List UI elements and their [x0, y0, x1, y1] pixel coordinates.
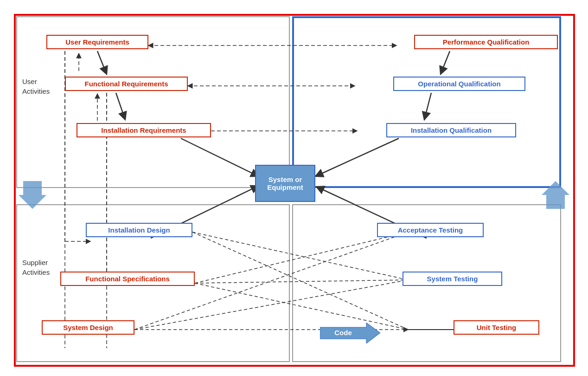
- acceptance-testing-node: Acceptance Testing: [377, 223, 484, 237]
- svg-text:Code: Code: [334, 329, 352, 337]
- code-arrow: Code: [320, 323, 380, 345]
- down-arrow: [19, 181, 46, 211]
- operational-qualification-node: Operational Qualification: [393, 77, 525, 91]
- user-requirements-node: User Requirements: [46, 35, 148, 49]
- functional-specifications-node: Functional Specifications: [60, 272, 195, 286]
- installation-requirements-node: Installation Requirements: [77, 123, 211, 137]
- supplier-activities-label: SupplierActivities: [22, 258, 50, 277]
- unit-testing-node: Unit Testing: [454, 320, 539, 335]
- svg-marker-3: [542, 181, 569, 209]
- installation-design-node: Installation Design: [86, 223, 192, 237]
- user-activities-label: UserActivities: [22, 77, 50, 96]
- system-equipment-node: System orEquipment: [255, 165, 315, 202]
- up-arrow: [542, 181, 569, 211]
- system-design-node: System Design: [42, 320, 134, 335]
- svg-marker-2: [19, 181, 46, 209]
- installation-qualification-node: Installation Qualification: [386, 123, 516, 137]
- system-testing-node: System Testing: [403, 272, 502, 286]
- performance-qualification-node: Performance Qualification: [414, 35, 558, 49]
- functional-requirements-node: Functional Requirements: [65, 77, 188, 91]
- diagram-container: UserActivities SupplierActivities User R…: [5, 5, 583, 371]
